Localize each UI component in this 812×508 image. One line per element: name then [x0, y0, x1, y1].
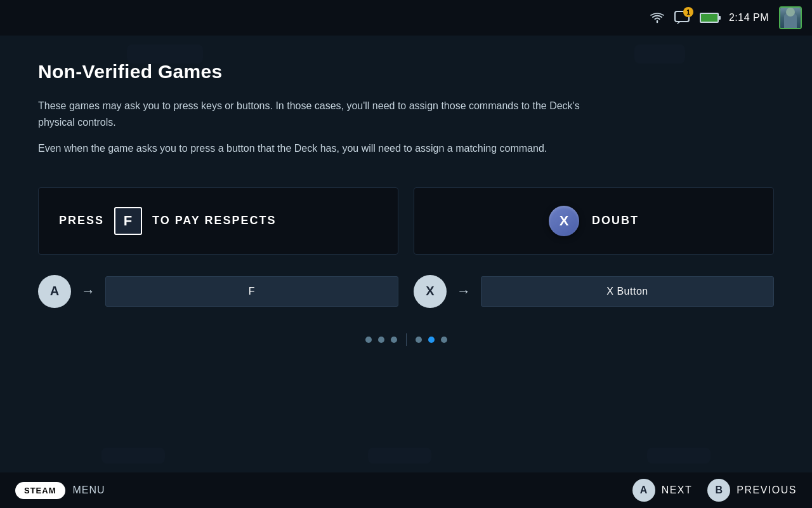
nav-controls-group: A NEXT B PREVIOUS [632, 479, 797, 502]
doubt-card: X DOUBT [414, 187, 774, 255]
page-title: Non-Verified Games [38, 61, 774, 83]
right-arrow-icon: → [457, 283, 471, 300]
pagination-dots [38, 333, 774, 346]
bottom-bar: STEAM MENU A NEXT B PREVIOUS [0, 472, 812, 508]
xbutton-mapping-target[interactable]: X Button [481, 276, 774, 307]
description-block: These games may ask you to press keys or… [38, 98, 774, 167]
steam-button[interactable]: STEAM [15, 482, 65, 499]
next-label: NEXT [662, 485, 693, 496]
dot-3[interactable] [391, 337, 397, 343]
f-key-label: F [124, 213, 133, 229]
dot-6[interactable] [441, 337, 447, 343]
avatar[interactable] [779, 6, 802, 29]
avatar-figure [784, 14, 797, 28]
steam-menu-group: STEAM MENU [15, 482, 105, 499]
notification-count-badge: 1 [683, 7, 693, 17]
dot-divider [406, 333, 407, 346]
x-controller-button: X [414, 275, 447, 308]
f-mapping-target[interactable]: F [105, 276, 398, 307]
dot-4[interactable] [416, 337, 422, 343]
action-label: TO PAY RESPECTS [152, 214, 276, 227]
description-paragraph-2: Even when the game asks you to press a b… [38, 140, 609, 157]
previous-label: PREVIOUS [737, 485, 797, 496]
next-nav-item[interactable]: A NEXT [632, 479, 693, 502]
x-controller-button-icon: X [549, 206, 579, 236]
mapping-item-x-to-xbutton: X → X Button [414, 275, 774, 308]
a-controller-button: A [38, 275, 71, 308]
control-mapping-row: A → F X → X Button [38, 275, 774, 308]
left-arrow-icon: → [81, 283, 95, 300]
game-cards-row: PRESS F TO PAY RESPECTS X DOUBT [38, 187, 774, 255]
previous-nav-item[interactable]: B PREVIOUS [707, 479, 797, 502]
wifi-icon [650, 12, 664, 23]
notification-icon-wrapper[interactable]: 1 [674, 11, 690, 25]
description-paragraph-1: These games may ask you to press keys or… [38, 98, 609, 130]
battery-icon [700, 13, 719, 23]
dot-1[interactable] [365, 337, 372, 343]
avatar-image [780, 8, 801, 28]
f-key-box: F [114, 207, 142, 235]
dot-2[interactable] [378, 337, 384, 343]
main-content: Non-Verified Games These games may ask y… [0, 36, 812, 472]
next-button-icon: A [632, 479, 655, 502]
x-button-label-mapping: X [426, 284, 434, 298]
menu-label: MENU [73, 485, 105, 496]
mapping-item-a-to-f: A → F [38, 275, 398, 308]
x-button-label: X [560, 213, 569, 229]
previous-button-icon: B [707, 479, 730, 502]
press-f-card: PRESS F TO PAY RESPECTS [38, 187, 398, 255]
doubt-label: DOUBT [592, 214, 639, 227]
previous-button-label: B [716, 485, 723, 496]
press-label: PRESS [59, 214, 104, 227]
a-button-label: A [50, 284, 59, 298]
dot-5-active[interactable] [428, 337, 435, 343]
top-status-bar: 1 2:14 PM [0, 0, 812, 36]
next-button-label: A [640, 485, 648, 496]
clock-display: 2:14 PM [729, 12, 769, 23]
